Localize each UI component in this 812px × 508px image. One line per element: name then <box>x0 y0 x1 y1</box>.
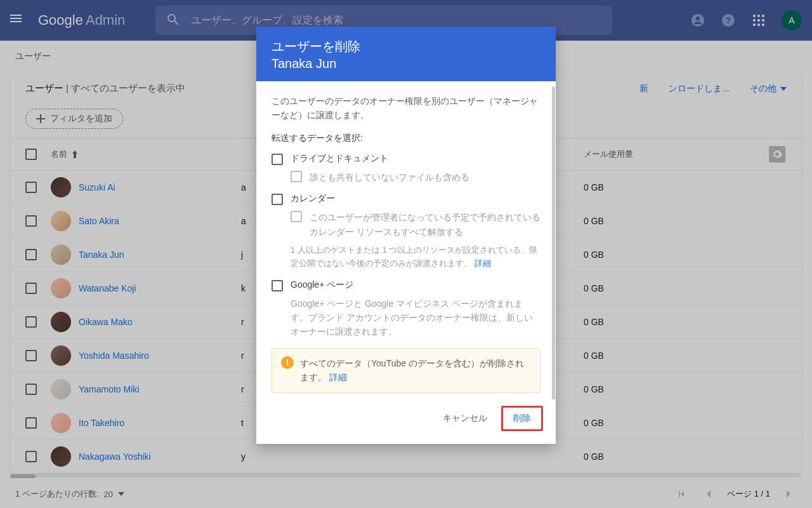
delete-button[interactable]: 削除 <box>501 406 543 431</box>
calendar-release-resources-checkbox[interactable] <box>291 211 302 222</box>
dialog-intro: このユーザーのデータのオーナー権限を別のユーザー（マネージャーなど）に譲渡します… <box>272 94 540 123</box>
calendar-label: カレンダー <box>291 193 335 204</box>
calendar-note: 1 人以上のゲストまたは 1 つ以上のリソースが設定されている、限定公開ではない… <box>291 244 540 271</box>
warning-detail-link[interactable]: 詳細 <box>329 372 347 382</box>
calendar-detail-link[interactable]: 詳細 <box>475 258 491 268</box>
drive-sub-label: 誰とも共有していないファイルも含める <box>310 170 469 184</box>
gplus-checkbox[interactable] <box>272 280 283 291</box>
cancel-button[interactable]: キャンセル <box>434 406 496 431</box>
gplus-label: Google+ ページ <box>291 279 353 291</box>
drive-label: ドライブとドキュメント <box>291 153 388 164</box>
calendar-checkbox[interactable] <box>272 194 283 205</box>
transfer-select-label: 転送するデータを選択: <box>272 133 540 144</box>
calendar-sub-label: このユーザーが管理者になっている予定で予約されているカレンダー リソースもすべて… <box>310 210 540 239</box>
gplus-sub-label: Google+ ページと Google マイビジネス ページが含まれます。ブラン… <box>291 297 540 339</box>
dialog-scrollbar[interactable] <box>552 86 555 399</box>
warning-text: すべてのデータ（YouTube のデータを含む）が削除されます。 詳細 <box>300 356 531 385</box>
warning-box: ! すべてのデータ（YouTube のデータを含む）が削除されます。 詳細 <box>272 348 540 393</box>
delete-user-dialog: ユーザーを削除 Tanaka Jun このユーザーのデータのオーナー権限を別のユ… <box>256 27 556 444</box>
dialog-title: ユーザーを削除 <box>272 38 540 55</box>
warning-icon: ! <box>281 356 294 369</box>
drive-checkbox[interactable] <box>272 154 283 165</box>
dialog-user-name: Tanaka Jun <box>272 57 540 71</box>
drive-include-unshared-checkbox[interactable] <box>291 171 302 182</box>
